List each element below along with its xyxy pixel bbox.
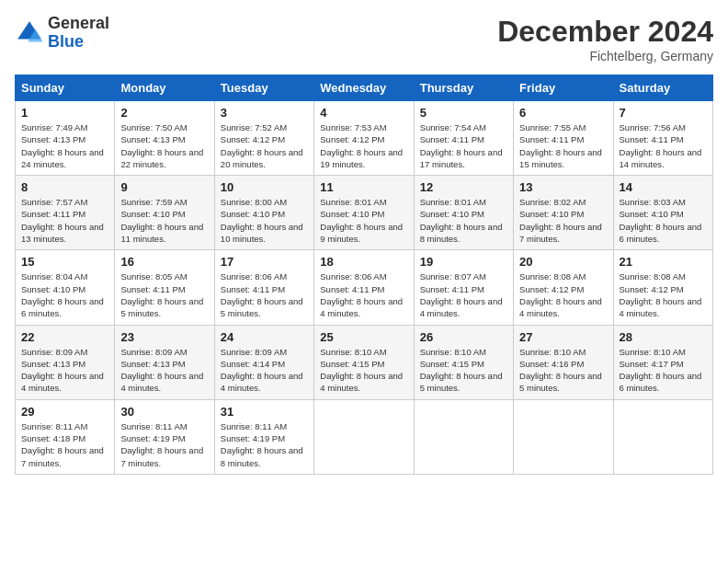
day-detail: Sunrise: 8:11 AMSunset: 4:18 PMDaylight:… xyxy=(21,420,108,469)
logo: General Blue xyxy=(15,15,109,52)
day-detail: Sunrise: 7:59 AMSunset: 4:10 PMDaylight:… xyxy=(120,196,208,245)
day-number: 13 xyxy=(519,180,607,194)
logo-text: General Blue xyxy=(48,15,109,52)
calendar-cell: 8Sunrise: 7:57 AMSunset: 4:11 PMDaylight… xyxy=(16,176,115,250)
calendar-header-row: SundayMondayTuesdayWednesdayThursdayFrid… xyxy=(16,75,713,101)
day-number: 24 xyxy=(221,330,308,344)
calendar-cell: 22Sunrise: 8:09 AMSunset: 4:13 PMDayligh… xyxy=(16,325,115,399)
day-number: 16 xyxy=(120,255,208,269)
day-detail: Sunrise: 8:10 AMSunset: 4:16 PMDaylight:… xyxy=(519,346,607,395)
day-number: 14 xyxy=(620,180,707,194)
day-detail: Sunrise: 8:11 AMSunset: 4:19 PMDaylight:… xyxy=(120,420,208,469)
calendar-cell: 2Sunrise: 7:50 AMSunset: 4:13 PMDaylight… xyxy=(115,101,214,176)
calendar-week-row: 29Sunrise: 8:11 AMSunset: 4:18 PMDayligh… xyxy=(16,399,713,474)
month-title: December 2024 xyxy=(497,15,713,49)
calendar-week-row: 22Sunrise: 8:09 AMSunset: 4:13 PMDayligh… xyxy=(16,325,713,399)
calendar-cell: 15Sunrise: 8:04 AMSunset: 4:10 PMDayligh… xyxy=(16,250,115,325)
day-detail: Sunrise: 7:52 AMSunset: 4:12 PMDaylight:… xyxy=(221,121,308,170)
day-detail: Sunrise: 8:06 AMSunset: 4:11 PMDaylight:… xyxy=(221,270,308,319)
day-number: 1 xyxy=(21,106,108,120)
day-detail: Sunrise: 8:10 AMSunset: 4:17 PMDaylight:… xyxy=(620,346,707,395)
calendar-cell: 26Sunrise: 8:10 AMSunset: 4:15 PMDayligh… xyxy=(414,325,513,399)
logo-blue: Blue xyxy=(48,32,84,51)
day-number: 4 xyxy=(320,106,407,120)
day-detail: Sunrise: 8:00 AMSunset: 4:10 PMDaylight:… xyxy=(221,196,308,245)
day-detail: Sunrise: 7:54 AMSunset: 4:11 PMDaylight:… xyxy=(420,121,507,170)
day-number: 9 xyxy=(120,180,208,194)
day-detail: Sunrise: 8:09 AMSunset: 4:13 PMDaylight:… xyxy=(120,346,208,395)
calendar-cell: 4Sunrise: 7:53 AMSunset: 4:12 PMDaylight… xyxy=(314,101,414,176)
calendar-cell: 11Sunrise: 8:01 AMSunset: 4:10 PMDayligh… xyxy=(314,176,414,250)
day-detail: Sunrise: 8:06 AMSunset: 4:11 PMDaylight:… xyxy=(320,270,407,319)
title-area: December 2024 Fichtelberg, Germany xyxy=(497,15,713,63)
day-number: 23 xyxy=(120,330,208,344)
day-number: 29 xyxy=(21,405,108,419)
day-detail: Sunrise: 8:04 AMSunset: 4:10 PMDaylight:… xyxy=(21,270,108,319)
weekday-header: Friday xyxy=(514,75,613,101)
day-number: 31 xyxy=(221,405,308,419)
day-detail: Sunrise: 7:55 AMSunset: 4:11 PMDaylight:… xyxy=(519,121,607,170)
day-detail: Sunrise: 8:08 AMSunset: 4:12 PMDaylight:… xyxy=(620,270,707,319)
day-number: 22 xyxy=(21,330,108,344)
day-number: 6 xyxy=(519,106,607,120)
day-detail: Sunrise: 8:03 AMSunset: 4:10 PMDaylight:… xyxy=(620,196,707,245)
day-number: 28 xyxy=(620,330,707,344)
calendar-cell: 10Sunrise: 8:00 AMSunset: 4:10 PMDayligh… xyxy=(214,176,313,250)
day-detail: Sunrise: 8:01 AMSunset: 4:10 PMDaylight:… xyxy=(420,196,507,245)
day-number: 20 xyxy=(519,255,607,269)
day-detail: Sunrise: 8:02 AMSunset: 4:10 PMDaylight:… xyxy=(519,196,607,245)
calendar-week-row: 8Sunrise: 7:57 AMSunset: 4:11 PMDaylight… xyxy=(16,176,713,250)
calendar-cell: 16Sunrise: 8:05 AMSunset: 4:11 PMDayligh… xyxy=(115,250,214,325)
weekday-header: Tuesday xyxy=(214,75,313,101)
logo-general: General xyxy=(48,14,109,32)
day-detail: Sunrise: 7:53 AMSunset: 4:12 PMDaylight:… xyxy=(320,121,407,170)
calendar-cell xyxy=(414,399,513,474)
day-detail: Sunrise: 8:05 AMSunset: 4:11 PMDaylight:… xyxy=(120,270,208,319)
location: Fichtelberg, Germany xyxy=(497,49,713,63)
day-number: 21 xyxy=(620,255,707,269)
day-detail: Sunrise: 7:56 AMSunset: 4:11 PMDaylight:… xyxy=(620,121,707,170)
calendar-week-row: 1Sunrise: 7:49 AMSunset: 4:13 PMDaylight… xyxy=(16,101,713,176)
day-number: 18 xyxy=(320,255,407,269)
day-detail: Sunrise: 8:10 AMSunset: 4:15 PMDaylight:… xyxy=(320,346,407,395)
calendar-cell: 1Sunrise: 7:49 AMSunset: 4:13 PMDaylight… xyxy=(16,101,115,176)
day-number: 8 xyxy=(21,180,108,194)
calendar-cell: 19Sunrise: 8:07 AMSunset: 4:11 PMDayligh… xyxy=(414,250,513,325)
calendar-cell: 6Sunrise: 7:55 AMSunset: 4:11 PMDaylight… xyxy=(514,101,613,176)
calendar-cell: 13Sunrise: 8:02 AMSunset: 4:10 PMDayligh… xyxy=(514,176,613,250)
day-number: 2 xyxy=(120,106,208,120)
calendar-cell: 3Sunrise: 7:52 AMSunset: 4:12 PMDaylight… xyxy=(214,101,313,176)
day-detail: Sunrise: 7:49 AMSunset: 4:13 PMDaylight:… xyxy=(21,121,108,170)
day-number: 3 xyxy=(221,106,308,120)
calendar-cell: 25Sunrise: 8:10 AMSunset: 4:15 PMDayligh… xyxy=(314,325,414,399)
day-detail: Sunrise: 8:07 AMSunset: 4:11 PMDaylight:… xyxy=(420,270,507,319)
weekday-header: Thursday xyxy=(414,75,513,101)
calendar-cell xyxy=(613,399,712,474)
calendar-cell: 18Sunrise: 8:06 AMSunset: 4:11 PMDayligh… xyxy=(314,250,414,325)
day-number: 26 xyxy=(420,330,507,344)
day-detail: Sunrise: 8:09 AMSunset: 4:14 PMDaylight:… xyxy=(221,346,308,395)
day-detail: Sunrise: 8:01 AMSunset: 4:10 PMDaylight:… xyxy=(320,196,407,245)
day-detail: Sunrise: 7:50 AMSunset: 4:13 PMDaylight:… xyxy=(120,121,208,170)
calendar-body: 1Sunrise: 7:49 AMSunset: 4:13 PMDaylight… xyxy=(16,101,713,475)
day-number: 11 xyxy=(320,180,407,194)
calendar-cell: 5Sunrise: 7:54 AMSunset: 4:11 PMDaylight… xyxy=(414,101,513,176)
day-number: 5 xyxy=(420,106,507,120)
calendar-week-row: 15Sunrise: 8:04 AMSunset: 4:10 PMDayligh… xyxy=(16,250,713,325)
calendar: SundayMondayTuesdayWednesdayThursdayFrid… xyxy=(15,75,713,475)
day-number: 7 xyxy=(620,106,707,120)
weekday-header: Saturday xyxy=(613,75,712,101)
calendar-cell: 24Sunrise: 8:09 AMSunset: 4:14 PMDayligh… xyxy=(214,325,313,399)
calendar-cell xyxy=(314,399,414,474)
day-detail: Sunrise: 8:09 AMSunset: 4:13 PMDaylight:… xyxy=(21,346,108,395)
calendar-cell: 27Sunrise: 8:10 AMSunset: 4:16 PMDayligh… xyxy=(514,325,613,399)
calendar-cell: 29Sunrise: 8:11 AMSunset: 4:18 PMDayligh… xyxy=(16,399,115,474)
day-number: 15 xyxy=(21,255,108,269)
logo-icon xyxy=(15,18,44,48)
calendar-cell: 23Sunrise: 8:09 AMSunset: 4:13 PMDayligh… xyxy=(115,325,214,399)
day-detail: Sunrise: 8:11 AMSunset: 4:19 PMDaylight:… xyxy=(221,420,308,469)
day-number: 12 xyxy=(420,180,507,194)
weekday-header: Wednesday xyxy=(314,75,414,101)
calendar-cell: 28Sunrise: 8:10 AMSunset: 4:17 PMDayligh… xyxy=(613,325,712,399)
calendar-cell: 14Sunrise: 8:03 AMSunset: 4:10 PMDayligh… xyxy=(613,176,712,250)
